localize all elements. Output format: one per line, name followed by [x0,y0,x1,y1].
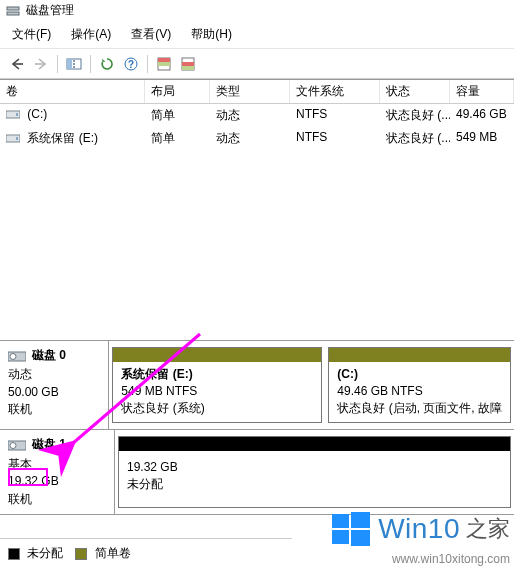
disk-type: 动态 [8,366,100,383]
svg-rect-0 [7,7,19,10]
svg-rect-25 [332,530,349,544]
watermark: Win10 之家 www.win10xitong.com [330,508,510,566]
partition-state: 状态良好 (系统) [121,400,313,417]
disk-status: 联机 [8,401,100,418]
legend-label: 未分配 [27,546,63,560]
view-bottom-button[interactable] [177,53,199,74]
swatch-simple [75,548,87,560]
volume-type: 动态 [210,127,290,150]
drive-icon [6,133,20,145]
col-layout[interactable]: 布局 [145,80,210,103]
volume-row[interactable]: 系统保留 (E:) 简单 动态 NTFS 状态良好 (... 549 MB [0,127,514,150]
disk-partitions: 系统保留 (E:) 549 MB NTFS 状态良好 (系统) (C:) 49.… [109,341,514,429]
svg-rect-18 [16,137,18,140]
volume-type: 动态 [210,104,290,127]
partition[interactable]: (C:) 49.46 GB NTFS 状态良好 (启动, 页面文件, 故障 [328,347,511,423]
toolbar-sep [90,55,91,73]
titlebar: 磁盘管理 [0,0,514,23]
partition-stripe [113,348,321,362]
partition-size: 19.32 GB [127,459,502,476]
svg-rect-14 [182,66,194,70]
partition-size: 549 MB NTFS [121,383,313,400]
legend-label: 简单卷 [95,546,131,560]
volume-row[interactable]: (C:) 简单 动态 NTFS 状态良好 (... 49.46 GB [0,104,514,127]
volume-fs: NTFS [290,127,380,150]
partition-stripe [329,348,510,362]
svg-rect-13 [182,62,194,66]
disk-size: 19.32 GB [8,473,106,490]
menu-view[interactable]: 查看(V) [127,25,175,44]
hdd-icon [8,438,26,452]
col-type[interactable]: 类型 [210,80,290,103]
svg-rect-26 [351,530,370,546]
watermark-url: www.win10xitong.com [330,552,510,566]
disk-info[interactable]: 磁盘 1 基本 19.32 GB 联机 [0,430,115,514]
svg-text:?: ? [128,59,134,70]
partition-state: 状态良好 (启动, 页面文件, 故障 [337,400,502,417]
svg-point-20 [10,353,16,359]
toolbar-sep [57,55,58,73]
partition-size: 49.46 GB NTFS [337,383,502,400]
view-top-button[interactable] [153,53,175,74]
volume-list-header: 卷 布局 类型 文件系统 状态 容量 [0,79,514,104]
svg-rect-24 [351,512,370,528]
partition-title: (C:) [337,367,358,381]
col-filesystem[interactable]: 文件系统 [290,80,380,103]
window-title: 磁盘管理 [26,2,74,19]
menubar: 文件(F) 操作(A) 查看(V) 帮助(H) [0,23,514,48]
forward-button[interactable] [30,53,52,74]
watermark-text-1: Win10 [378,513,460,545]
help-button[interactable]: ? [120,53,142,74]
volume-state: 状态良好 (... [380,127,450,150]
disk-partitions: 19.32 GB 未分配 [115,430,514,514]
volume-name: (C:) [27,107,47,121]
disk-graphic-area: 磁盘 0 动态 50.00 GB 联机 系统保留 (E:) 549 MB NTF… [0,340,514,515]
disk-label: 磁盘 0 [32,347,66,364]
show-console-tree-button[interactable] [63,53,85,74]
svg-rect-23 [332,514,349,528]
col-state[interactable]: 状态 [380,80,450,103]
watermark-text-2: 之家 [466,514,510,544]
partition[interactable]: 系统保留 (E:) 549 MB NTFS 状态良好 (系统) [112,347,322,423]
disk-status: 联机 [8,491,106,508]
legend-item: 未分配 [8,545,63,562]
back-button[interactable] [6,53,28,74]
disk-row: 磁盘 1 基本 19.32 GB 联机 19.32 GB 未分配 [0,430,514,515]
hdd-icon [8,349,26,363]
col-capacity[interactable]: 容量 [450,80,514,103]
svg-point-22 [10,443,16,449]
svg-rect-1 [7,12,19,15]
windows-logo-icon [330,508,372,550]
svg-rect-16 [16,113,18,116]
disk-mgmt-icon [6,4,20,18]
svg-rect-10 [158,58,170,62]
volume-state: 状态良好 (... [380,104,450,127]
swatch-unalloc [8,548,20,560]
toolbar: ? [0,48,514,79]
disk-size: 50.00 GB [8,384,100,401]
disk-row: 磁盘 0 动态 50.00 GB 联机 系统保留 (E:) 549 MB NTF… [0,341,514,430]
svg-point-6 [73,66,75,68]
partition-unalloc[interactable]: 19.32 GB 未分配 [118,436,511,508]
disk-info[interactable]: 磁盘 0 动态 50.00 GB 联机 [0,341,109,429]
refresh-button[interactable] [96,53,118,74]
volume-list-empty [0,150,514,340]
volume-list: (C:) 简单 动态 NTFS 状态良好 (... 49.46 GB 系统保留 … [0,104,514,340]
partition-title: 系统保留 (E:) [121,367,192,381]
disk-label: 磁盘 1 [32,436,66,453]
disk-type: 基本 [8,456,106,473]
menu-file[interactable]: 文件(F) [8,25,55,44]
volume-layout: 简单 [145,104,210,127]
svg-point-4 [73,60,75,62]
toolbar-sep [147,55,148,73]
partition-stripe [119,437,510,451]
volume-cap: 49.46 GB [450,104,514,127]
legend: 未分配 简单卷 [0,538,292,568]
partition-state: 未分配 [127,476,502,493]
legend-item: 简单卷 [75,545,130,562]
col-volume[interactable]: 卷 [0,80,145,103]
menu-help[interactable]: 帮助(H) [187,25,236,44]
volume-cap: 549 MB [450,127,514,150]
drive-icon [6,109,20,121]
menu-action[interactable]: 操作(A) [67,25,115,44]
